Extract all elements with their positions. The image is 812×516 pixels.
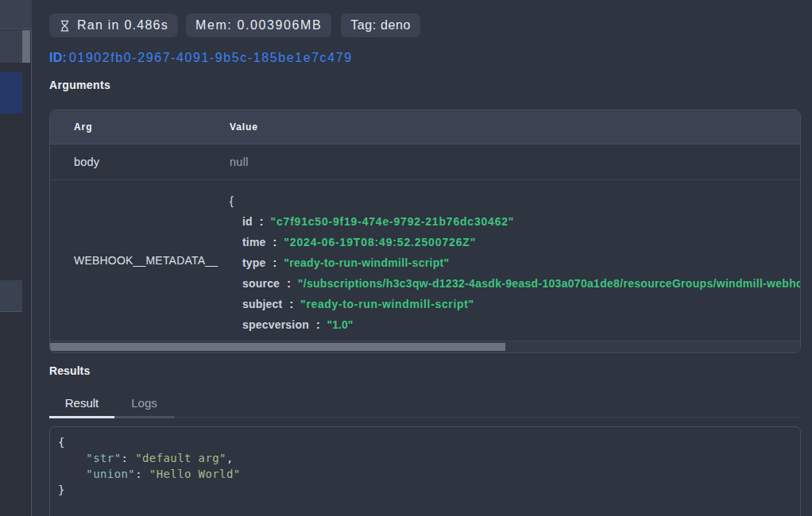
results-heading: Results	[49, 363, 801, 379]
object-key[interactable]: source	[242, 277, 280, 290]
object-value[interactable]: "ready-to-run-windmill-script"	[300, 298, 474, 310]
arg-name-webhook-metadata: WEBHOOK__METADATA__	[74, 254, 218, 267]
json-close-brace: }	[58, 483, 65, 496]
hourglass-icon	[59, 20, 71, 32]
json-indent	[58, 452, 86, 464]
duration-badge: Ran in 0.486s	[49, 13, 178, 37]
json-key-union: "union"	[86, 468, 135, 480]
arg-value-null: null	[206, 144, 800, 179]
object-entry-specversion: specversion:"1.0"	[230, 314, 800, 335]
duration-badge-label: Ran in 0.486s	[77, 18, 168, 33]
table-row: WEBHOOK__METADATA__ { id:"c7f91c50-9f19-…	[50, 180, 800, 341]
sidebar-menu-item[interactable]	[0, 30, 22, 63]
json-indent	[58, 468, 86, 480]
object-value[interactable]: "/subscriptions/h3c3qw-d1232-4asdk-9easd…	[298, 277, 800, 290]
object-viewer: { id:"c7f91c50-9f19-474e-9792-21b76dc304…	[230, 191, 800, 335]
object-value[interactable]: "2024-06-19T08:49:52.2500726Z"	[284, 236, 476, 248]
tag-badge-label: Tag: deno	[350, 18, 411, 33]
object-value[interactable]: "c7f91c50-9f19-474e-9792-21b76dc30462"	[271, 215, 515, 228]
json-value-default-arg: "default arg"	[135, 452, 226, 464]
object-colon: :	[260, 215, 264, 228]
result-json-box: { "str": "default arg", "union": "Hello …	[49, 426, 801, 516]
json-comma: ,	[226, 452, 234, 464]
json-sep: :	[135, 468, 149, 480]
table-row: body null	[50, 144, 800, 180]
memory-badge-label: Mem: 0.003906MB	[195, 18, 322, 33]
sidebar	[0, 0, 32, 516]
object-entry-id: id:"c7f91c50-9f19-474e-9792-21b76dc30462…	[230, 211, 800, 232]
arguments-table: Arg Value body null WEBHOOK__METADATA__ …	[49, 110, 801, 353]
object-entry-type: type:"ready-to-run-windmill-script"	[230, 252, 800, 273]
result-json-code: { "str": "default arg", "union": "Hello …	[58, 434, 792, 498]
job-id-label: ID:	[49, 51, 67, 64]
results-tabs: Result Logs	[49, 391, 801, 418]
object-entry-time: time:"2024-06-19T08:49:52.2500726Z"	[230, 232, 800, 252]
horizontal-scrollbar-thumb[interactable]	[50, 343, 505, 351]
job-stats-badges: Ran in 0.486s Mem: 0.003906MB Tag: deno	[49, 13, 801, 37]
tab-logs[interactable]: Logs	[114, 391, 174, 418]
object-key[interactable]: specversion	[242, 318, 309, 331]
object-value[interactable]: "1.0"	[327, 318, 354, 331]
sidebar-header-item[interactable]	[0, 0, 32, 29]
job-run-detail: Ran in 0.486s Mem: 0.003906MB Tag: deno …	[33, 0, 812, 516]
object-key[interactable]: type	[242, 256, 266, 269]
object-value[interactable]: "ready-to-run-windmill-script"	[284, 256, 449, 269]
value-column-header: Value	[206, 110, 800, 144]
object-open-brace: {	[230, 191, 800, 211]
json-open-brace: {	[58, 436, 65, 449]
job-id-value[interactable]: 01902fb0-2967-4091-9b5c-185be1e7c479	[69, 51, 353, 64]
arguments-table-scroll-area[interactable]: Arg Value body null WEBHOOK__METADATA__ …	[50, 110, 800, 341]
object-colon: :	[289, 298, 293, 310]
sidebar-menu-item[interactable]	[0, 280, 22, 312]
arguments-table-header-row: Arg Value	[50, 110, 800, 144]
tab-result[interactable]: Result	[49, 391, 114, 418]
memory-badge: Mem: 0.003906MB	[186, 13, 331, 37]
object-colon: :	[287, 277, 291, 290]
object-key[interactable]: id	[242, 215, 253, 228]
arg-name-body: body	[50, 144, 206, 179]
tag-badge: Tag: deno	[341, 13, 420, 37]
object-key[interactable]: time	[242, 236, 266, 248]
arg-column-header: Arg	[50, 110, 206, 144]
sidebar-scrollbar-thumb[interactable]	[22, 30, 30, 63]
json-key-str: "str"	[86, 452, 121, 464]
arguments-heading: Arguments	[49, 77, 801, 93]
json-value-hello-world: "Hello World"	[149, 468, 241, 480]
job-id-line: ID:01902fb0-2967-4091-9b5c-185be1e7c479	[49, 50, 801, 66]
horizontal-scrollbar[interactable]	[50, 341, 800, 352]
object-colon: :	[273, 236, 277, 248]
object-colon: :	[273, 256, 277, 269]
object-colon: :	[316, 318, 320, 331]
tabs-baseline	[174, 391, 801, 418]
object-entry-source: source:"/subscriptions/h3c3qw-d1232-4asd…	[230, 273, 800, 294]
sidebar-menu-item-selected[interactable]	[0, 72, 22, 114]
json-sep: :	[121, 452, 135, 464]
object-key[interactable]: subject	[242, 298, 282, 310]
object-entry-subject: subject:"ready-to-run-windmill-script"	[230, 294, 800, 314]
